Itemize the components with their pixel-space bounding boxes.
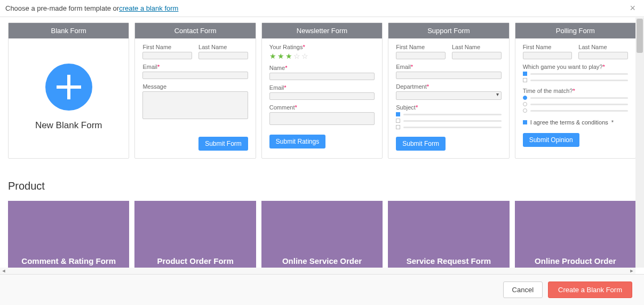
template-chooser-modal: Choose a pre-made form template or creat… bbox=[0, 0, 644, 305]
card-title: Polling Form bbox=[515, 23, 635, 38]
template-online-product-order[interactable]: Online Product Order bbox=[515, 201, 636, 268]
first-name-input bbox=[523, 52, 573, 59]
submit-button: Submit Ratings bbox=[269, 135, 325, 148]
card-title: Support Form bbox=[388, 23, 508, 38]
first-name-input bbox=[142, 52, 192, 59]
label-message: Message bbox=[142, 83, 248, 90]
template-online-service-order[interactable]: Online Service Order bbox=[261, 201, 383, 268]
vertical-scrollbar[interactable] bbox=[635, 18, 644, 268]
label-last-name: Last Name bbox=[578, 44, 628, 50]
template-blank[interactable]: Blank Form New Blank Form bbox=[8, 22, 129, 159]
product-template-row: Comment & Rating Form Product Order Form… bbox=[8, 201, 636, 268]
submit-button: Submit Opinion bbox=[523, 133, 579, 147]
scroll-area[interactable]: Blank Form New Blank Form Contact Form F… bbox=[0, 17, 644, 274]
create-blank-button[interactable]: Create a Blank Form bbox=[548, 281, 632, 298]
agree-checkbox: I agree the terms & conditions* bbox=[523, 119, 628, 126]
department-select bbox=[396, 91, 501, 100]
scroll-left-icon[interactable]: ◄ bbox=[0, 268, 7, 274]
template-contact[interactable]: Contact Form First Name Last Name bbox=[134, 22, 256, 159]
name-input bbox=[269, 73, 375, 80]
last-name-input bbox=[578, 52, 628, 59]
comment-textarea bbox=[269, 112, 375, 125]
scrollbar-thumb[interactable] bbox=[637, 19, 643, 53]
last-name-input bbox=[198, 52, 248, 59]
section-product: Product bbox=[8, 180, 636, 192]
blank-label: New Blank Form bbox=[35, 120, 102, 131]
label-subject: Subject bbox=[396, 104, 416, 111]
label-last-name: Last Name bbox=[198, 44, 248, 50]
checkbox-option bbox=[523, 78, 628, 82]
agree-label: I agree the terms & conditions bbox=[530, 119, 608, 126]
radio-option bbox=[523, 102, 628, 106]
label-comment: Comment bbox=[269, 104, 295, 111]
plus-icon bbox=[45, 64, 92, 111]
card-title: Blank Form bbox=[9, 23, 129, 38]
last-name-input bbox=[452, 52, 502, 59]
label-last-name: Last Name bbox=[452, 44, 502, 50]
label-first-name: First Name bbox=[142, 44, 192, 50]
cancel-button[interactable]: Cancel bbox=[503, 281, 543, 298]
header-text: Choose a pre-made form template or bbox=[5, 4, 119, 12]
modal-header: Choose a pre-made form template or creat… bbox=[0, 0, 644, 17]
label-name: Name bbox=[269, 65, 285, 71]
template-comment-rating[interactable]: Comment & Rating Form bbox=[8, 201, 129, 268]
close-icon[interactable]: × bbox=[626, 3, 639, 14]
template-support[interactable]: Support Form First Name Last Name bbox=[388, 22, 509, 159]
scroll-right-icon[interactable]: ► bbox=[628, 268, 635, 274]
message-textarea bbox=[142, 91, 248, 119]
template-service-request[interactable]: Service Request Form bbox=[388, 201, 509, 268]
first-name-input bbox=[396, 52, 446, 59]
label-q2: Time of the match? bbox=[523, 88, 573, 94]
checkbox-option bbox=[523, 72, 628, 76]
email-input bbox=[396, 72, 501, 79]
label-first-name: First Name bbox=[396, 44, 446, 50]
checkbox-option bbox=[396, 112, 501, 116]
email-input bbox=[269, 92, 375, 100]
checkbox-option bbox=[396, 119, 501, 123]
template-newsletter[interactable]: Newsletter Form Your Ratings* ★★★☆☆ Name… bbox=[261, 22, 383, 159]
template-product-order[interactable]: Product Order Form bbox=[134, 201, 256, 268]
label-q1: Which game you want to play? bbox=[523, 64, 603, 70]
default-template-row: Blank Form New Blank Form Contact Form F… bbox=[8, 22, 636, 159]
label-first-name: First Name bbox=[523, 44, 573, 50]
submit-button: Submit Form bbox=[198, 137, 248, 151]
horizontal-scrollbar[interactable]: ◄ ► bbox=[0, 268, 635, 274]
label-ratings: Your Ratings bbox=[269, 44, 303, 50]
label-email: Email bbox=[269, 84, 284, 91]
email-input bbox=[142, 72, 248, 79]
star-rating: ★★★☆☆ bbox=[269, 52, 375, 60]
card-title: Newsletter Form bbox=[262, 23, 382, 38]
checkbox-option bbox=[396, 125, 501, 129]
template-polling[interactable]: Polling Form First Name Last Name bbox=[515, 22, 636, 159]
radio-option bbox=[523, 108, 628, 113]
card-title: Contact Form bbox=[135, 23, 255, 38]
label-email: Email bbox=[142, 64, 157, 70]
radio-option bbox=[523, 96, 628, 100]
modal-footer: Cancel Create a Blank Form bbox=[0, 274, 644, 305]
create-blank-link[interactable]: create a blank form bbox=[119, 4, 178, 12]
label-department: Department bbox=[396, 83, 426, 90]
submit-button: Submit Form bbox=[396, 137, 446, 151]
label-email: Email bbox=[396, 64, 411, 70]
